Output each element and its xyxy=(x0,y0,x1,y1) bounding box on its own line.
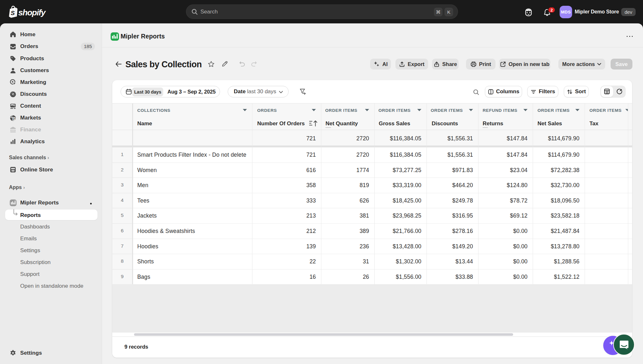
svg-text:$: $ xyxy=(13,117,15,120)
svg-text:shopify: shopify xyxy=(18,8,46,17)
svg-text:S: S xyxy=(11,10,15,16)
